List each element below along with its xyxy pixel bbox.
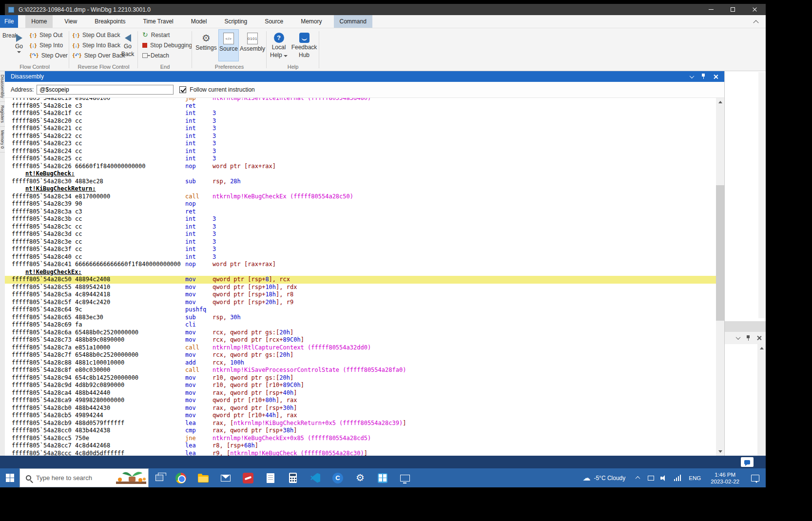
disasm-instruction-row[interactable]: fffff805`54a28c24 ccint3 [5,148,716,155]
disasm-instruction-row[interactable]: fffff805`54a28c7f 65488b0c2520000000movr… [5,351,716,359]
local-help-button[interactable]: ? Local Help [268,29,290,58]
taskbar-app-mail[interactable] [214,468,237,487]
dock-tab-registers[interactable]: Registers [0,102,5,127]
disasm-instruction-row[interactable]: fffff805`54a28c26 66660f1f840000000000no… [5,163,716,171]
step-into-back-button[interactable]: {↓} Step Into Back [71,40,127,50]
disasm-instruction-row[interactable]: fffff805`54a28c3e ccint3 [5,238,716,246]
tab-breakpoints[interactable]: Breakpoints [89,15,131,28]
restart-button[interactable]: Restart [141,30,193,40]
disasm-instruction-row[interactable]: fffff805`54a28c7a e851a10000callntkrnlmp… [5,344,716,352]
disasm-instruction-row[interactable]: fffff805`54a28c73 488b89c0890000movrcx, … [5,336,716,344]
network-button[interactable] [671,475,684,481]
scrollbar-thumb[interactable] [716,185,724,321]
disasm-instruction-row[interactable]: fffff805`54a28c3c ccint3 [5,223,716,231]
disasm-instruction-row[interactable]: fffff805`54a28ccc 4c8d0d5dfffffflear9, [… [5,450,716,456]
disasm-instruction-row[interactable]: fffff805`54a28cb9 488d0579fffffflearax, … [5,420,716,427]
disasm-instruction-row[interactable]: fffff805`54a28c69 facli [5,321,716,329]
disasm-instruction-row[interactable]: fffff805`54a28c39 90nop [5,200,716,208]
disasm-symbol-label-row[interactable]: nt!KeBugCheckEx: [5,269,716,276]
disasm-instruction-row[interactable]: fffff805`54a28c3b ccint3 [5,215,716,223]
disasm-instruction-row[interactable]: fffff805`54a28c94 654c8b142520000000movr… [5,374,716,382]
taskbar-app-settings[interactable] [349,468,371,487]
close-button[interactable] [744,4,766,15]
disasm-instruction-row[interactable]: fffff805`54a28c41 666666666666660f1f8400… [5,261,716,269]
step-over-back-button[interactable]: {↶} Step Over Back [71,50,127,60]
feedback-hub-button[interactable]: Feedback Hub [291,29,317,58]
disasm-instruction-row[interactable]: fffff805`54a28c23 ccint3 [5,140,716,148]
disasm-symbol-label-row[interactable]: nt!KiBugCheckReturn: [5,185,716,193]
pane-divider[interactable] [725,321,766,332]
taskbar-app-notes[interactable] [259,468,282,487]
tray-monitor-button[interactable] [644,476,657,481]
disasm-instruction-row[interactable]: fffff805`54a28c3a c3ret [5,208,716,216]
ribbon-collapse-button[interactable] [746,15,766,28]
disasm-instruction-row[interactable]: fffff805`54a28c88 4881c100010000addrcx, … [5,359,716,367]
taskbar-search-box[interactable]: Type here to search [19,468,149,487]
taskbar-clock[interactable]: 1:46 PM 2023-02-22 [706,471,744,485]
disassembly-scrollbar[interactable] [716,98,724,456]
disasm-instruction-row[interactable]: fffff805`54a28c25 ccint3 [5,155,716,163]
hidden-icons-button[interactable] [631,476,644,480]
disasm-instruction-row[interactable]: fffff805`54a28ca4 488b442440movrax, qwor… [5,389,716,397]
go-back-button[interactable]: Go Back [119,29,136,58]
disasm-instruction-row[interactable]: fffff805`54a28c40 ccint3 [5,253,716,261]
tab-home[interactable]: Home [25,15,53,28]
language-indicator[interactable]: ENG [684,475,706,481]
close-icon[interactable] [756,335,762,341]
right-pane-titlebar[interactable] [725,332,766,344]
dock-tab-disassembly[interactable]: Disassembly [0,71,5,102]
tab-model[interactable]: Model [185,15,213,28]
scroll-up-button[interactable] [716,98,724,106]
tab-scripting[interactable]: Scripting [218,15,253,28]
pin-icon[interactable] [746,335,751,341]
disasm-instruction-row[interactable]: fffff805`54a28c55 4889542410movqword ptr… [5,284,716,291]
step-over-button[interactable]: {↷} Step Over [28,50,69,60]
disasm-instruction-row[interactable]: fffff805`54a28c65 4883ec30subrsp, 30h [5,314,716,322]
settings-button[interactable]: Settings [195,29,217,51]
disasm-instruction-row[interactable]: fffff805`54a28c21 ccint3 [5,125,716,133]
notification-toast[interactable] [741,457,754,467]
disasm-instruction-row[interactable]: fffff805`54a28c64 9cpushfq [5,306,716,314]
tab-time-travel[interactable]: Time Travel [137,15,179,28]
address-input[interactable] [37,85,174,95]
follow-current-instruction-checkbox[interactable] [179,86,186,93]
taskbar-app-vscode[interactable] [304,468,327,487]
go-button[interactable]: Go [11,29,27,53]
step-out-back-button[interactable]: {↑} Step Out Back [71,30,127,40]
step-into-button[interactable]: {↓} Step Into [28,40,69,50]
disasm-symbol-label-row[interactable]: nt!KeBugCheck: [5,170,716,178]
tab-source[interactable]: Source [259,15,289,28]
disasm-instruction-row[interactable]: fffff805`54a28c1e c3ret [5,102,716,110]
taskbar-app-chrome[interactable] [170,468,192,487]
disasm-instruction-row[interactable]: fffff805`54a28c30 4883ec28subrsp, 28h [5,178,716,186]
disasm-instruction-row[interactable]: fffff805`54a28cc5 750ejnentkrnlmp!KeBugC… [5,435,716,443]
disasm-instruction-row[interactable]: fffff805`54a28c9d 4d8b92c0890000movr10, … [5,382,716,389]
taskbar-app-display[interactable] [394,468,416,487]
stop-debugging-button[interactable]: Stop Debugging [141,40,193,50]
disasm-instruction-row[interactable]: fffff805`54a28c50 48894c2408movqword ptr… [5,276,716,284]
disasm-instruction-row[interactable]: fffff805`54a28c5a 4c89442418movqword ptr… [5,291,716,299]
scroll-up-button[interactable] [757,344,766,352]
disasm-instruction-row[interactable]: fffff805`54a28c19 e962480100jmpntkrnlmp!… [5,98,716,102]
maximize-button[interactable] [722,4,744,15]
disasm-instruction-row[interactable]: fffff805`54a28c34 e817000000callntkrnlmp… [5,193,716,201]
disasm-instruction-row[interactable]: fffff805`54a28c5f 4c894c2420movqword ptr… [5,299,716,307]
scroll-down-button[interactable] [716,447,724,456]
tab-memory[interactable]: Memory [295,15,328,28]
start-button[interactable] [0,468,19,487]
taskbar-app-c[interactable]: C [327,468,349,487]
source-button[interactable]: </> Source [218,29,239,61]
disasm-instruction-row[interactable]: fffff805`54a28c8f e80c030000callntkrnlmp… [5,367,716,374]
step-out-button[interactable]: {↑} Step Out [28,30,69,40]
dock-tab-memory-0[interactable]: Memory 0 [0,127,5,153]
task-view-button[interactable] [149,468,170,487]
tab-command[interactable]: Command [334,15,372,28]
disasm-instruction-row[interactable]: fffff805`54a28c6a 65488b0c2520000000movr… [5,329,716,337]
disasm-instruction-row[interactable]: fffff805`54a28cb0 488b442430movrax, qwor… [5,405,716,412]
close-icon[interactable] [713,74,718,79]
disassembly-titlebar[interactable]: Disassembly [5,71,724,82]
volume-button[interactable] [657,475,671,481]
action-center-button[interactable] [744,475,766,482]
taskbar-app-red[interactable] [237,468,259,487]
taskbar-app-store[interactable] [371,468,394,487]
